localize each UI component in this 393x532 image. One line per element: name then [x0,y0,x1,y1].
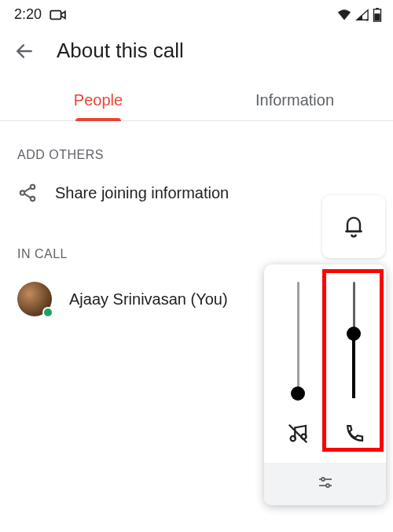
media-slider-track[interactable] [297,282,299,398]
volume-panel [264,264,386,505]
bell-icon [341,212,366,241]
share-icon [17,183,38,203]
battery-icon [373,8,382,22]
avatar [17,282,52,316]
music-off-icon[interactable] [286,422,310,445]
svg-rect-0 [50,10,61,19]
svg-rect-4 [374,13,380,20]
signal-icon: x [355,9,369,21]
settings-button[interactable] [264,463,386,505]
tab-information[interactable]: Information [196,77,393,120]
tune-icon [316,473,335,495]
svg-point-14 [326,484,329,487]
tab-people[interactable]: People [0,77,196,120]
call-slider-fill [352,334,355,398]
media-slider-thumb[interactable] [291,386,305,401]
header: About this call [0,28,393,77]
svg-point-8 [291,436,296,441]
notification-button[interactable] [322,195,385,258]
page-title: About this call [57,39,184,63]
camera-icon [50,9,67,21]
svg-point-12 [321,478,325,481]
status-time: 2:20 [14,6,42,23]
phone-icon[interactable] [343,422,366,445]
svg-text:x: x [365,17,369,20]
section-add-others: ADD OTHERS [0,121,393,170]
tab-people-label: People [74,91,123,109]
back-arrow-icon[interactable] [14,41,35,61]
status-bar: 2:20 x [0,0,393,28]
tab-information-label: Information [255,91,334,109]
tabs: People Information [0,77,393,121]
call-slider-thumb[interactable] [347,327,361,341]
presence-dot [42,307,53,318]
wifi-icon [336,9,352,21]
